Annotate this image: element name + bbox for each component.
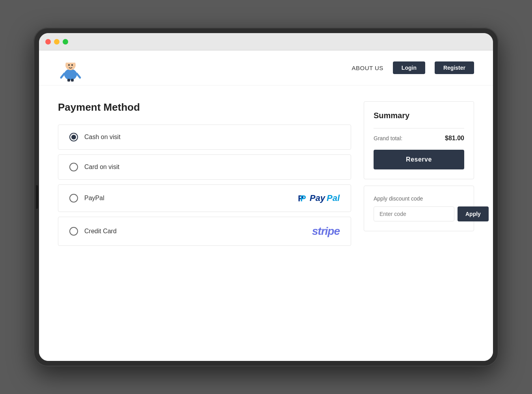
payment-option-paypal-left: PayPal [69,194,104,203]
svg-rect-8 [67,79,70,82]
svg-point-4 [68,64,70,66]
nav-bar: ABOUT US Login Register [39,50,493,85]
payment-label-paypal: PayPal [84,195,104,202]
nav-right: ABOUT US Login Register [352,61,474,74]
apply-discount-button[interactable]: Apply [458,206,489,221]
traffic-light-minimize[interactable] [54,39,60,45]
discount-title: Apply discount code [374,195,464,202]
summary-row: Grand total: $81.00 [374,135,464,142]
grand-total-label: Grand total: [374,135,402,141]
device-notch [36,185,38,209]
payment-option-cash-left: Cash on visit [69,133,121,141]
discount-row: Apply [374,206,464,221]
paypal-p-icon: P P [297,193,308,204]
reserve-button[interactable]: Reserve [374,150,464,169]
payment-option-paypal[interactable]: PayPal P P PayPal [58,184,351,212]
traffic-light-close[interactable] [45,39,51,45]
left-section: Payment Method Cash on visit [58,101,351,251]
grand-total-value: $81.00 [445,135,464,142]
radio-stripe[interactable] [69,227,78,236]
traffic-light-maximize[interactable] [63,39,68,45]
payment-option-card-left: Card on visit [69,163,119,171]
svg-rect-3 [65,59,76,63]
paypal-logo: P P PayPal [297,193,340,204]
svg-line-6 [61,74,64,78]
svg-rect-9 [71,79,74,82]
page-title: Payment Method [58,101,351,113]
register-button[interactable]: Register [435,61,474,74]
traffic-lights [45,39,68,45]
stripe-logo: stripe [312,225,340,238]
summary-divider [374,128,464,128]
title-bar [39,33,493,50]
svg-point-5 [71,64,73,66]
main-content: Payment Method Cash on visit [39,85,493,266]
payment-option-stripe[interactable]: Credit Card stripe [58,217,351,246]
payment-label-cash: Cash on visit [84,134,121,141]
svg-text:P: P [300,193,306,203]
summary-card: Summary Grand total: $81.00 Reserve [364,101,474,179]
radio-paypal[interactable] [69,194,78,203]
radio-card[interactable] [69,163,78,171]
right-section: Summary Grand total: $81.00 Reserve Appl… [364,101,474,231]
payment-label-stripe: Credit Card [84,228,117,235]
payment-options: Cash on visit Card on visit [58,125,351,251]
paypal-text-label: Pay [310,193,325,203]
radio-cash-inner [71,135,76,139]
discount-code-input[interactable] [374,206,454,221]
login-button[interactable]: Login [393,61,425,74]
device-screen: ABOUT US Login Register Payment Method [39,33,493,361]
discount-card: Apply discount code Apply [364,186,474,231]
svg-line-7 [77,74,80,78]
browser-content: ABOUT US Login Register Payment Method [39,50,493,361]
logo-icon [58,55,83,80]
radio-cash[interactable] [69,133,78,141]
logo-area [58,55,83,80]
device-frame: ABOUT US Login Register Payment Method [33,28,499,366]
nav-about-us[interactable]: ABOUT US [352,65,383,71]
payment-label-card: Card on visit [84,164,119,171]
payment-option-stripe-left: Credit Card [69,227,117,236]
summary-title: Summary [374,111,464,120]
payment-option-cash[interactable]: Cash on visit [58,125,351,150]
paypal-pal-label: Pal [327,193,340,203]
payment-option-card[interactable]: Card on visit [58,154,351,180]
svg-point-0 [64,69,77,80]
brand-logo-svg [59,54,82,82]
